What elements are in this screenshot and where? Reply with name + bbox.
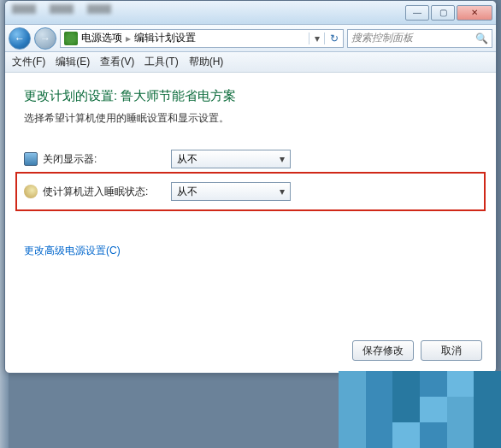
advanced-settings-link[interactable]: 更改高级电源设置(C) [24,244,121,258]
breadcrumb-item[interactable]: 电源选项 [81,31,122,45]
back-button[interactable]: ← [9,27,31,50]
setting-display-off: 关闭显示器: 从不 [24,150,477,168]
monitor-icon [24,152,38,166]
close-button[interactable]: ✕ [457,5,492,21]
search-input[interactable]: 搜索控制面板 🔍 [347,29,492,48]
control-panel-window: — ▢ ✕ ← → 电源选项 ▸ 编辑计划设置 ▾ ↻ 搜索控制面板 🔍 文件(… [4,0,497,374]
highlighted-setting: 使计算机进入睡眠状态: 从不 [15,172,486,211]
moon-icon [24,185,38,198]
page-subtitle: 选择希望计算机使用的睡眠设置和显示设置。 [24,111,477,126]
title-text-blurred [12,4,111,14]
title-bar[interactable]: — ▢ ✕ [5,1,496,25]
menu-bar: 文件(F) 编辑(E) 查看(V) 工具(T) 帮助(H) [5,52,496,73]
minimize-button[interactable]: — [405,5,429,21]
forward-button[interactable]: → [34,27,56,50]
address-dropdown[interactable]: ▾ [309,32,324,44]
menu-help[interactable]: 帮助(H) [189,55,224,69]
menu-view[interactable]: 查看(V) [100,55,134,69]
search-icon[interactable]: 🔍 [475,32,488,44]
refresh-button[interactable]: ↻ [324,32,343,44]
address-bar[interactable]: 电源选项 ▸ 编辑计划设置 ▾ ↻ [60,29,344,48]
menu-edit[interactable]: 编辑(E) [56,55,90,69]
setting-label: 使计算机进入睡眠状态: [43,185,171,199]
display-timeout-select[interactable]: 从不 [171,150,291,168]
dialog-buttons: 保存修改 取消 [352,340,482,361]
save-button[interactable]: 保存修改 [352,340,414,361]
breadcrumb-item[interactable]: 编辑计划设置 [134,31,196,45]
page-title: 更改计划的设置: 鲁大师节能省电方案 [24,88,477,104]
setting-label: 关闭显示器: [43,152,171,167]
breadcrumb-separator: ▸ [126,32,131,44]
navigation-bar: ← → 电源选项 ▸ 编辑计划设置 ▾ ↻ 搜索控制面板 🔍 [5,25,496,52]
cancel-button[interactable]: 取消 [421,340,482,361]
search-placeholder: 搜索控制面板 [351,31,413,45]
menu-tools[interactable]: 工具(T) [144,55,178,69]
censored-overlay [339,371,501,448]
control-panel-icon [64,32,78,45]
setting-sleep: 使计算机进入睡眠状态: 从不 [24,182,477,201]
maximize-button[interactable]: ▢ [431,5,455,21]
content-area: 更改计划的设置: 鲁大师节能省电方案 选择希望计算机使用的睡眠设置和显示设置。 … [5,73,496,274]
sleep-timeout-select[interactable]: 从不 [171,182,291,201]
menu-file[interactable]: 文件(F) [12,55,45,69]
